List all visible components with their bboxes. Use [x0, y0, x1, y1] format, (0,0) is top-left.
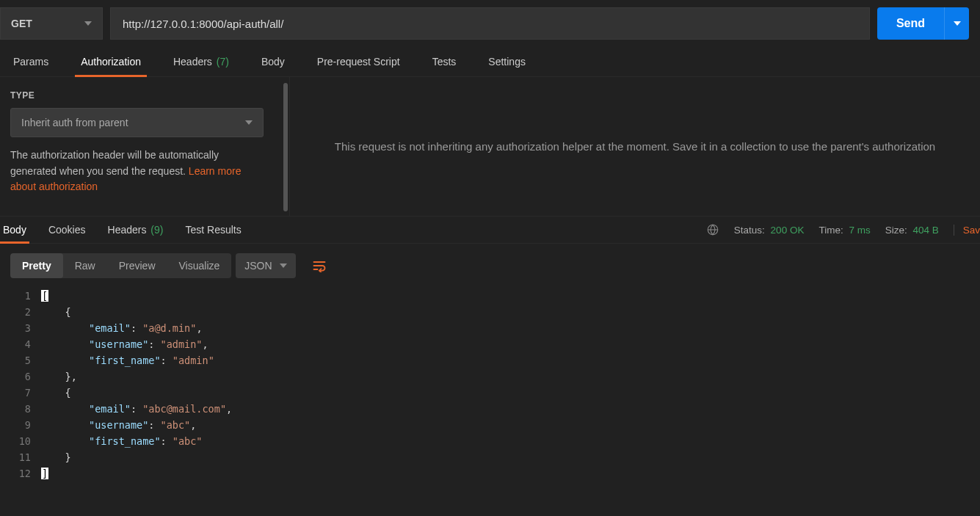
code-line: "first_name": "admin" [41, 352, 980, 368]
body-lang-select[interactable]: JSON [236, 253, 295, 278]
auth-sidebar: TYPE Inherit auth from parent The author… [0, 77, 290, 216]
auth-inherit-message: This request is not inheriting any autho… [290, 77, 980, 216]
tab-authorization[interactable]: Authorization [75, 47, 147, 76]
view-pretty-button[interactable]: Pretty [10, 253, 63, 278]
tab-prerequest[interactable]: Pre-request Script [311, 47, 406, 76]
tab-settings[interactable]: Settings [482, 47, 531, 76]
code-line: "email": "a@d.min", [41, 320, 980, 336]
line-number: 5 [0, 352, 31, 368]
code-line: [ [41, 288, 980, 304]
code-line: "username": "abc", [41, 417, 980, 433]
line-number: 7 [0, 385, 31, 401]
line-number: 6 [0, 368, 31, 385]
auth-type-select[interactable]: Inherit auth from parent [10, 108, 264, 137]
view-raw-button[interactable]: Raw [63, 253, 107, 278]
line-number: 8 [0, 401, 31, 417]
chevron-down-icon [245, 120, 253, 125]
tab-headers[interactable]: Headers (7) [167, 47, 235, 76]
response-meta: Status: 200 OK Time: 7 ms Size: 404 B Sa… [706, 223, 980, 236]
line-number: 12 [0, 465, 31, 482]
code-line: }, [41, 368, 980, 385]
globe-icon[interactable] [706, 223, 719, 236]
method-select[interactable]: GET [0, 7, 103, 40]
size-meta: Size: 404 B [885, 225, 939, 236]
code-line: "username": "admin", [41, 336, 980, 352]
code-line: } [41, 449, 980, 465]
line-number: 4 [0, 336, 31, 352]
scrollbar[interactable] [283, 83, 288, 211]
time-meta: Time: 7 ms [819, 225, 870, 236]
save-response-button[interactable]: Sav [954, 225, 980, 236]
line-number: 1 [0, 288, 31, 304]
line-number: 9 [0, 417, 31, 433]
line-number: 2 [0, 304, 31, 320]
view-preview-button[interactable]: Preview [107, 253, 167, 278]
auth-type-label: TYPE [10, 90, 277, 101]
method-label: GET [11, 18, 32, 29]
view-visualize-button[interactable]: Visualize [167, 253, 232, 278]
send-dropdown[interactable] [944, 7, 969, 40]
send-button[interactable]: Send [877, 7, 969, 40]
response-tab-body[interactable]: Body [0, 217, 29, 243]
tab-body[interactable]: Body [255, 47, 291, 76]
response-tab-cookies[interactable]: Cookies [46, 217, 89, 243]
response-tab-headers[interactable]: Headers (9) [105, 217, 167, 243]
tab-tests[interactable]: Tests [427, 47, 462, 76]
tab-params[interactable]: Params [7, 47, 54, 76]
url-input[interactable] [110, 7, 870, 40]
response-tab-test-results[interactable]: Test Results [182, 217, 244, 243]
code-line: ] [41, 465, 980, 482]
response-body-code[interactable]: [ { "email": "a@d.min", "username": "adm… [41, 288, 980, 482]
line-number: 11 [0, 449, 31, 465]
line-number: 10 [0, 433, 31, 449]
send-label: Send [877, 17, 944, 30]
chevron-down-icon [84, 21, 92, 26]
code-line: "first_name": "abc" [41, 433, 980, 449]
request-tabs: Params Authorization Headers (7) Body Pr… [0, 47, 980, 77]
code-line: { [41, 385, 980, 401]
status-meta: Status: 200 OK [734, 225, 805, 236]
auth-type-value: Inherit auth from parent [21, 117, 128, 128]
response-tabs: Body Cookies Headers (9) Test Results [0, 217, 244, 243]
line-number: 3 [0, 320, 31, 336]
body-view-switcher: Pretty Raw Preview Visualize [10, 253, 231, 278]
code-line: "email": "abc@mail.com", [41, 401, 980, 417]
chevron-down-icon [280, 264, 287, 268]
auth-help-text: The authorization header will be automat… [10, 148, 264, 195]
line-number-gutter: 123456789101112 [0, 288, 41, 482]
wrap-lines-button[interactable] [306, 252, 333, 279]
chevron-down-icon [954, 21, 961, 26]
code-line: { [41, 304, 980, 320]
